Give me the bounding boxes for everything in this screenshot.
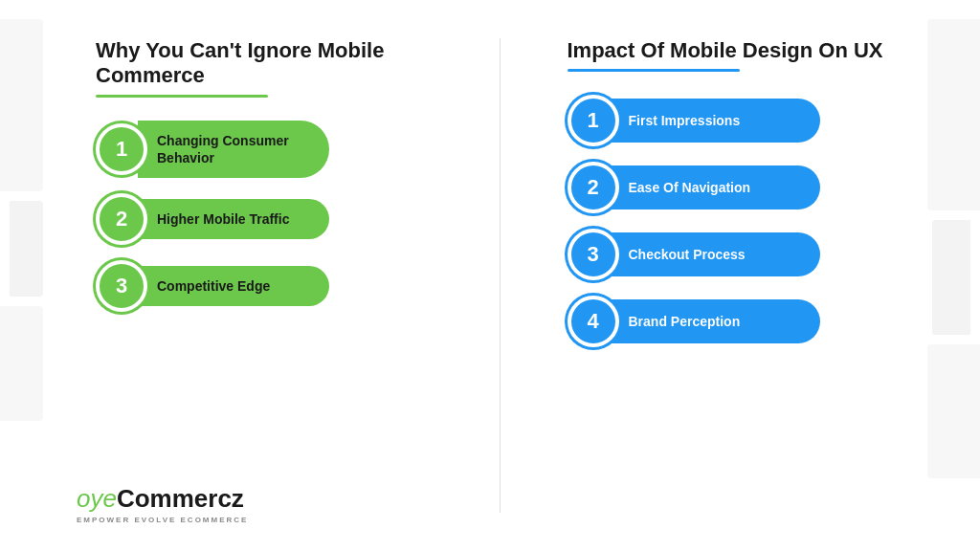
bg-deco-right-bot [927,344,980,478]
right-items-list: 1 First Impressions 2 Ease Of Navigation… [568,95,904,347]
right-item-1: 1 First Impressions [568,95,904,146]
left-circle-2: 2 [96,193,147,245]
right-circle-1: 1 [568,95,619,146]
left-pill-text-3: Competitive Edge [157,277,270,295]
left-section: Why You Can't Ignore Mobile Commerce 1 C… [96,38,433,513]
bg-deco-left-bot [0,306,43,421]
section-divider [500,38,501,513]
left-circle-1: 1 [96,123,147,175]
right-item-3: 3 Checkout Process [568,229,904,280]
logo-tagline: EMPOWER EVOLVE ECOMMERCE [77,516,248,524]
bg-deco-left-top [0,19,43,191]
left-pill-1: Changing ConsumerBehavior [138,121,329,178]
right-title: Impact Of Mobile Design On UX [568,38,904,63]
left-item-2: 2 Higher Mobile Traffic [96,193,433,245]
left-items-list: 1 Changing ConsumerBehavior 2 Higher Mob… [96,121,433,312]
right-pill-text-4: Brand Perception [629,313,741,330]
left-pill-text-1: Changing ConsumerBehavior [157,132,289,166]
right-pill-4: Brand Perception [610,299,820,343]
right-title-underline [568,69,740,72]
left-title-underline [96,95,268,98]
right-section: Impact Of Mobile Design On UX 1 First Im… [568,38,904,513]
logo-text: oye Commercz [77,484,248,514]
left-pill-text-2: Higher Mobile Traffic [157,210,289,228]
right-pill-2: Ease Of Navigation [610,165,820,209]
right-circle-3: 3 [568,229,619,280]
logo-commercz: Commercz [117,484,244,514]
right-pill-text-1: First Impressions [629,112,741,129]
logo-oye: oye [77,484,117,514]
right-item-2: 2 Ease Of Navigation [568,162,904,213]
right-pill-1: First Impressions [610,99,820,143]
bg-deco-left-mid [10,201,43,297]
bg-deco-right-top [927,19,980,210]
left-item-1: 1 Changing ConsumerBehavior [96,121,433,178]
logo-area: oye Commercz EMPOWER EVOLVE ECOMMERCE [77,484,248,524]
main-container: Why You Can't Ignore Mobile Commerce 1 C… [0,0,980,551]
left-item-3: 3 Competitive Edge [96,260,433,312]
right-pill-text-3: Checkout Process [629,246,746,263]
right-item-4: 4 Brand Perception [568,296,904,347]
right-pill-text-2: Ease Of Navigation [629,179,751,196]
left-circle-3: 3 [96,260,147,312]
left-title: Why You Can't Ignore Mobile Commerce [96,38,433,89]
left-pill-2: Higher Mobile Traffic [138,199,329,239]
left-pill-3: Competitive Edge [138,266,329,306]
right-circle-2: 2 [568,162,619,213]
right-pill-3: Checkout Process [610,232,820,276]
right-circle-4: 4 [568,296,619,347]
bg-deco-right-mid [932,220,970,335]
